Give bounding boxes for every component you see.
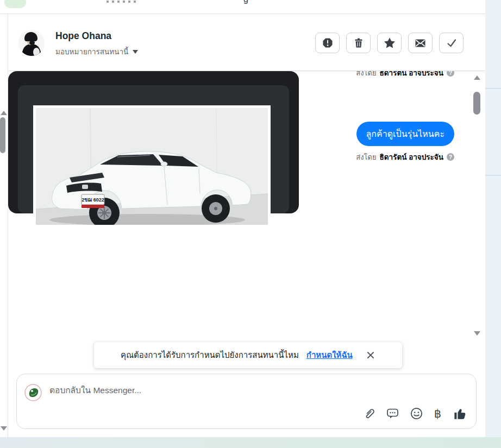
comment-dots-icon xyxy=(386,407,399,420)
help-icon[interactable]: ? xyxy=(447,71,454,77)
top-divider xyxy=(0,14,485,14)
page-logo-avatar xyxy=(24,384,42,401)
photo-attachment-frame: 2ขฌ 6022 xyxy=(18,85,289,213)
mark-unread-button[interactable] xyxy=(408,33,433,53)
follow-up-button[interactable] xyxy=(377,33,402,53)
close-icon[interactable] xyxy=(366,350,375,360)
thread-scrollbar-thumb[interactable] xyxy=(473,92,480,115)
saved-replies-button[interactable] xyxy=(386,407,399,420)
inbox-conversation-view: g Hope Ohana มอบหมายการสนทนานี้ xyxy=(0,0,501,448)
agent-name: ธิดารัตน์ อาจประจัน xyxy=(380,151,443,163)
sent-by-row: ส่งโดย ธิดารัตน์ อาจประจัน ? xyxy=(356,71,454,79)
clipped-tab-letter: g xyxy=(243,0,248,4)
car-photo: 2ขฌ 6022 xyxy=(33,105,271,228)
reply-input[interactable] xyxy=(48,385,355,396)
banner-message: คุณต้องการได้รับการกำหนดไปยังการสนทนานี้… xyxy=(121,349,299,362)
agent-name: ธิดารัตน์ อาจประจัน xyxy=(380,71,443,79)
envelope-icon xyxy=(415,37,426,49)
smiley-outline-icon xyxy=(410,407,423,420)
assign-to-me-banner: คุณต้องการได้รับการกำหนดไปยังการสนทนานี้… xyxy=(94,342,402,368)
contact-avatar[interactable] xyxy=(18,30,45,56)
message-thread: ส่งโดย ธิดารัตน์ อาจประจัน ? รถเก๋งคะ ลู… xyxy=(8,71,485,341)
business-logo-image xyxy=(24,384,42,401)
thread-scroll-up-arrow[interactable] xyxy=(474,75,480,80)
mark-done-button[interactable] xyxy=(439,33,464,53)
right-panel-strip xyxy=(485,0,501,437)
payment-button[interactable]: ฿ xyxy=(434,408,441,420)
right-card-edge xyxy=(485,88,501,89)
thread-scroll-down-arrow[interactable] xyxy=(474,331,480,336)
status-badge-fragment xyxy=(4,0,26,8)
photo-attachment-card[interactable]: 2ขฌ 6022 xyxy=(8,71,299,213)
sent-by-row: ส่งโดย ธิดารัตน์ อาจประจัน ? xyxy=(356,151,454,163)
car-photo-image: 2ขฌ 6022 xyxy=(36,108,268,225)
star-icon xyxy=(384,37,396,49)
like-button[interactable] xyxy=(453,406,467,421)
attach-file-button[interactable] xyxy=(363,408,375,420)
help-icon[interactable]: ? xyxy=(447,153,454,161)
conversation-actions xyxy=(315,33,464,53)
trash-icon xyxy=(353,37,364,48)
right-card-edge xyxy=(485,175,501,176)
sent-by-label: ส่งโดย xyxy=(356,71,376,79)
page-background-band xyxy=(0,437,501,448)
delete-button[interactable] xyxy=(346,33,371,53)
paperclip-icon xyxy=(363,408,375,420)
assign-to-me-link[interactable]: กำหนดให้ฉัน xyxy=(306,349,353,362)
assign-conversation-dropdown[interactable]: มอบหมายการสนทนานี้ xyxy=(55,46,138,58)
emoji-button[interactable] xyxy=(410,407,423,420)
business-message-bubble: ลูกค้าดูเป็นรุ่นไหนคะ xyxy=(356,122,455,146)
sent-by-label: ส่งโดย xyxy=(356,152,376,163)
assign-dropdown-label: มอบหมายการสนทนานี้ xyxy=(55,46,128,58)
contact-name: Hope Ohana xyxy=(55,30,111,42)
left-scroll-down-arrow[interactable] xyxy=(1,426,7,431)
thumbs-up-icon xyxy=(453,406,467,421)
report-icon xyxy=(322,37,333,48)
clipped-tab-text-fragment: g xyxy=(243,0,255,7)
chevron-down-icon xyxy=(133,50,138,54)
person-avatar-image xyxy=(18,30,45,56)
left-scrollbar-thumb[interactable] xyxy=(0,117,5,153)
left-scroll-up-arrow[interactable] xyxy=(1,111,7,115)
report-button[interactable] xyxy=(315,33,340,53)
composer-toolbar: ฿ xyxy=(363,406,467,421)
baht-icon: ฿ xyxy=(434,408,441,420)
license-plate-text: 2ขฌ 6022 xyxy=(82,197,104,203)
reply-composer: ฿ xyxy=(16,374,477,429)
clipped-tab-text-fragment xyxy=(107,1,138,3)
check-icon xyxy=(446,37,458,49)
